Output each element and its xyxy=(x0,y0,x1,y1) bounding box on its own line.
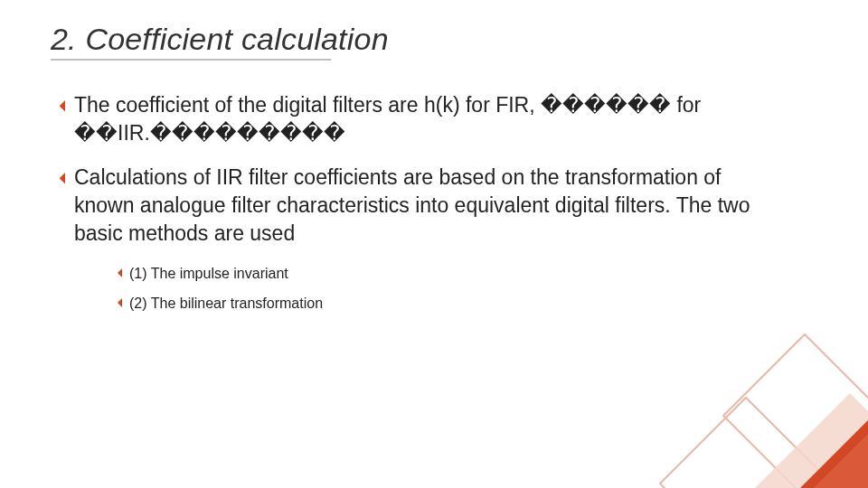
svg-rect-2 xyxy=(118,268,122,277)
diamond-icon xyxy=(112,268,122,278)
diamond-icon xyxy=(52,173,65,185)
bullet-item: The coefficient of the digital filters a… xyxy=(52,91,814,147)
bullet-text: The coefficient of the digital filters a… xyxy=(74,91,761,147)
svg-rect-1 xyxy=(60,173,65,184)
title-underline xyxy=(51,59,331,61)
diamond-icon xyxy=(112,298,122,308)
sub-bullet-text: (2) The bilinear transformation xyxy=(129,294,323,314)
bullet-text: Calculations of IIR filter coefficients … xyxy=(74,164,761,248)
sub-bullet-item: (1) The impulse invariant xyxy=(112,264,814,284)
content-area: The coefficient of the digital filters a… xyxy=(51,91,814,314)
slide-title: 2. Coefficient calculation xyxy=(51,22,814,57)
bullet-item: Calculations of IIR filter coefficients … xyxy=(52,164,814,248)
sub-bullet-group: (1) The impulse invariant (2) The biline… xyxy=(112,264,814,314)
slide: 2. Coefficient calculation The coefficie… xyxy=(0,0,868,488)
sub-bullet-text: (1) The impulse invariant xyxy=(129,264,288,284)
sub-bullet-item: (2) The bilinear transformation xyxy=(112,294,814,314)
svg-rect-3 xyxy=(118,298,122,307)
svg-rect-0 xyxy=(60,100,65,112)
diamond-icon xyxy=(52,100,65,113)
